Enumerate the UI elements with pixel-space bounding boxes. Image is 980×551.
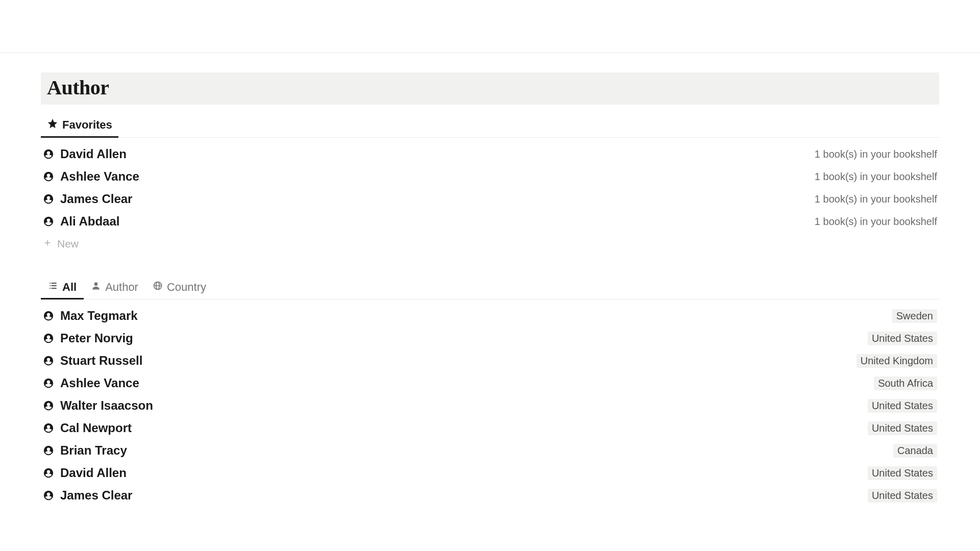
row-left: James Clear	[43, 488, 132, 503]
main-content: Author Favorites David Allen 1 book(s) i…	[0, 53, 980, 507]
person-icon	[43, 400, 54, 411]
row-left: Max Tegmark	[43, 309, 138, 323]
tab-all-label: All	[62, 281, 77, 294]
person-icon	[43, 467, 54, 479]
author-name: James Clear	[60, 192, 132, 206]
author-row[interactable]: Walter Isaacson United States	[41, 394, 939, 417]
person-icon	[43, 171, 54, 182]
person-icon	[43, 490, 54, 501]
authors-list: Max Tegmark Sweden Peter Norvig United S…	[41, 299, 939, 507]
plus-icon	[43, 238, 52, 250]
top-header-spacer	[0, 0, 980, 53]
country-tag: South Africa	[874, 377, 937, 390]
tab-favorites[interactable]: Favorites	[41, 114, 118, 137]
book-count: 1 book(s) in your bookshelf	[815, 148, 937, 160]
row-left: James Clear	[43, 192, 132, 206]
person-icon	[43, 333, 54, 344]
author-row[interactable]: Brian Tracy Canada	[41, 439, 939, 462]
person-icon	[43, 216, 54, 227]
country-tag: United States	[868, 489, 937, 503]
author-name: Cal Newport	[60, 421, 132, 435]
person-icon	[43, 378, 54, 389]
new-button[interactable]: New	[41, 233, 939, 255]
tab-all[interactable]: All	[41, 277, 84, 299]
author-name: Ali Abdaal	[60, 214, 119, 229]
tab-country-label: Country	[167, 281, 206, 294]
favorites-list: David Allen 1 book(s) in your bookshelf …	[41, 138, 939, 255]
author-name: David Allen	[60, 466, 127, 480]
favorite-row[interactable]: David Allen 1 book(s) in your bookshelf	[41, 143, 939, 165]
author-name: Brian Tracy	[60, 443, 127, 458]
row-left: David Allen	[43, 466, 127, 480]
country-tag: Sweden	[892, 309, 937, 323]
tab-country[interactable]: Country	[145, 277, 213, 299]
author-name: Ashlee Vance	[60, 169, 139, 184]
tab-favorites-label: Favorites	[62, 118, 112, 132]
globe-icon	[153, 281, 163, 294]
author-name: Peter Norvig	[60, 331, 133, 345]
row-left: David Allen	[43, 147, 127, 161]
author-row[interactable]: Max Tegmark Sweden	[41, 305, 939, 327]
country-tag: United States	[868, 421, 937, 435]
row-left: Brian Tracy	[43, 443, 127, 458]
author-row[interactable]: Stuart Russell United Kingdom	[41, 349, 939, 372]
page-title: Author	[47, 76, 933, 99]
favorite-row[interactable]: Ali Abdaal 1 book(s) in your bookshelf	[41, 210, 939, 233]
person-icon	[43, 193, 54, 205]
star-icon	[47, 118, 58, 132]
author-row[interactable]: Cal Newport United States	[41, 417, 939, 439]
person-icon	[43, 422, 54, 434]
person-icon	[91, 281, 101, 294]
tab-author-label: Author	[105, 281, 138, 294]
book-count: 1 book(s) in your bookshelf	[815, 171, 937, 183]
row-left: Cal Newport	[43, 421, 132, 435]
row-left: Peter Norvig	[43, 331, 133, 345]
person-icon	[43, 445, 54, 456]
book-count: 1 book(s) in your bookshelf	[815, 193, 937, 205]
view-tabs: All Author Country	[41, 273, 939, 299]
country-tag: United States	[868, 332, 937, 345]
country-tag: United States	[868, 399, 937, 413]
author-name: Walter Isaacson	[60, 398, 153, 413]
author-row[interactable]: Peter Norvig United States	[41, 327, 939, 349]
author-row[interactable]: James Clear United States	[41, 484, 939, 507]
row-left: Walter Isaacson	[43, 398, 153, 413]
book-count: 1 book(s) in your bookshelf	[815, 216, 937, 228]
country-tag: United Kingdom	[856, 354, 937, 368]
person-icon	[43, 355, 54, 366]
page-title-bar: Author	[41, 72, 939, 105]
author-name: James Clear	[60, 488, 132, 503]
row-left: Ashlee Vance	[43, 376, 139, 390]
author-row[interactable]: David Allen United States	[41, 462, 939, 484]
person-icon	[43, 148, 54, 160]
row-left: Ali Abdaal	[43, 214, 119, 229]
author-row[interactable]: Ashlee Vance South Africa	[41, 372, 939, 394]
author-name: Ashlee Vance	[60, 376, 139, 390]
list-icon	[48, 281, 58, 294]
section-gap	[41, 255, 939, 273]
row-left: Stuart Russell	[43, 354, 142, 368]
favorites-tab-row: Favorites	[41, 105, 939, 138]
tab-author[interactable]: Author	[84, 277, 145, 299]
author-name: Max Tegmark	[60, 309, 138, 323]
person-icon	[43, 310, 54, 321]
country-tag: Canada	[893, 444, 937, 458]
new-label: New	[57, 238, 79, 250]
row-left: Ashlee Vance	[43, 169, 139, 184]
favorite-row[interactable]: Ashlee Vance 1 book(s) in your bookshelf	[41, 165, 939, 188]
author-name: Stuart Russell	[60, 354, 142, 368]
author-name: David Allen	[60, 147, 127, 161]
favorite-row[interactable]: James Clear 1 book(s) in your bookshelf	[41, 188, 939, 210]
country-tag: United States	[868, 466, 937, 480]
